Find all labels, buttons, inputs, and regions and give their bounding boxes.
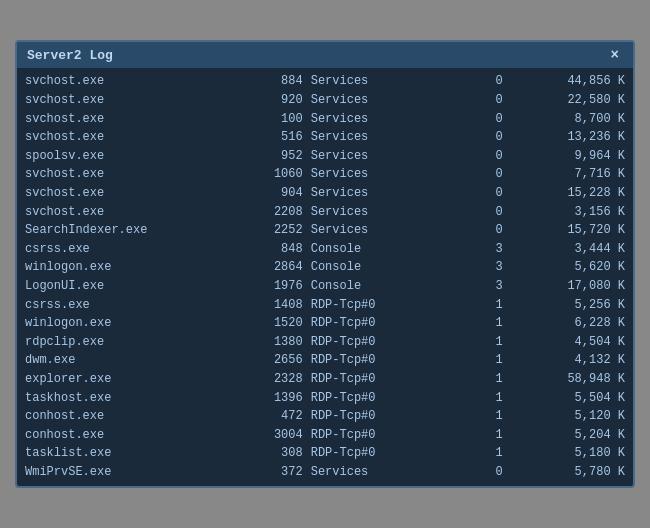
process-num: 0 (468, 184, 511, 203)
process-mem: 44,856 K (511, 72, 625, 91)
process-name: spoolsv.exe (25, 147, 225, 166)
process-name: svchost.exe (25, 128, 225, 147)
process-name: conhost.exe (25, 407, 225, 426)
process-num: 3 (468, 258, 511, 277)
table-row: csrss.exe 1408 RDP-Tcp#0 1 5,256 K (25, 296, 625, 315)
table-row: conhost.exe 472 RDP-Tcp#0 1 5,120 K (25, 407, 625, 426)
process-name: conhost.exe (25, 426, 225, 445)
process-session: RDP-Tcp#0 (311, 333, 468, 352)
process-name: LogonUI.exe (25, 277, 225, 296)
process-name: svchost.exe (25, 165, 225, 184)
table-row: svchost.exe 2208 Services 0 3,156 K (25, 203, 625, 222)
process-pid: 1380 (225, 333, 311, 352)
process-num: 1 (468, 314, 511, 333)
process-num: 1 (468, 426, 511, 445)
server2-log-window: Server2 Log × svchost.exe 884 Services 0… (15, 40, 635, 487)
process-name: winlogon.exe (25, 258, 225, 277)
close-button[interactable]: × (607, 47, 623, 63)
table-row: LogonUI.exe 1976 Console 3 17,080 K (25, 277, 625, 296)
table-row: WmiPrvSE.exe 372 Services 0 5,780 K (25, 463, 625, 482)
process-session: RDP-Tcp#0 (311, 314, 468, 333)
process-name: dwm.exe (25, 351, 225, 370)
process-mem: 15,720 K (511, 221, 625, 240)
process-name: svchost.exe (25, 91, 225, 110)
process-num: 0 (468, 128, 511, 147)
process-num: 0 (468, 463, 511, 482)
process-session: RDP-Tcp#0 (311, 426, 468, 445)
process-name: csrss.exe (25, 240, 225, 259)
process-mem: 5,780 K (511, 463, 625, 482)
process-pid: 2208 (225, 203, 311, 222)
process-pid: 2252 (225, 221, 311, 240)
process-name: explorer.exe (25, 370, 225, 389)
process-num: 3 (468, 240, 511, 259)
table-row: explorer.exe 2328 RDP-Tcp#0 1 58,948 K (25, 370, 625, 389)
process-num: 3 (468, 277, 511, 296)
table-row: conhost.exe 3004 RDP-Tcp#0 1 5,204 K (25, 426, 625, 445)
process-pid: 920 (225, 91, 311, 110)
process-session: Console (311, 277, 468, 296)
table-row: csrss.exe 848 Console 3 3,444 K (25, 240, 625, 259)
process-mem: 58,948 K (511, 370, 625, 389)
process-session: Services (311, 147, 468, 166)
process-session: RDP-Tcp#0 (311, 444, 468, 463)
process-mem: 5,256 K (511, 296, 625, 315)
process-mem: 17,080 K (511, 277, 625, 296)
process-num: 0 (468, 110, 511, 129)
log-content: svchost.exe 884 Services 0 44,856 K svch… (17, 68, 633, 485)
process-mem: 15,228 K (511, 184, 625, 203)
process-name: svchost.exe (25, 184, 225, 203)
process-mem: 8,700 K (511, 110, 625, 129)
process-session: Console (311, 258, 468, 277)
process-session: RDP-Tcp#0 (311, 389, 468, 408)
window-title: Server2 Log (27, 48, 113, 63)
process-num: 0 (468, 91, 511, 110)
process-pid: 472 (225, 407, 311, 426)
process-pid: 100 (225, 110, 311, 129)
process-session: RDP-Tcp#0 (311, 296, 468, 315)
process-session: Services (311, 110, 468, 129)
table-row: tasklist.exe 308 RDP-Tcp#0 1 5,180 K (25, 444, 625, 463)
process-pid: 1976 (225, 277, 311, 296)
process-session: Services (311, 72, 468, 91)
process-session: Console (311, 240, 468, 259)
process-num: 0 (468, 221, 511, 240)
process-mem: 5,620 K (511, 258, 625, 277)
process-mem: 4,504 K (511, 333, 625, 352)
process-name: rdpclip.exe (25, 333, 225, 352)
process-num: 1 (468, 389, 511, 408)
process-name: WmiPrvSE.exe (25, 463, 225, 482)
process-pid: 372 (225, 463, 311, 482)
process-pid: 952 (225, 147, 311, 166)
process-mem: 22,580 K (511, 91, 625, 110)
table-row: spoolsv.exe 952 Services 0 9,964 K (25, 147, 625, 166)
table-row: dwm.exe 2656 RDP-Tcp#0 1 4,132 K (25, 351, 625, 370)
process-session: Services (311, 203, 468, 222)
table-row: svchost.exe 1060 Services 0 7,716 K (25, 165, 625, 184)
process-mem: 4,132 K (511, 351, 625, 370)
process-session: Services (311, 91, 468, 110)
process-mem: 5,204 K (511, 426, 625, 445)
process-table: svchost.exe 884 Services 0 44,856 K svch… (25, 72, 625, 481)
process-pid: 516 (225, 128, 311, 147)
process-name: svchost.exe (25, 72, 225, 91)
process-mem: 13,236 K (511, 128, 625, 147)
process-num: 0 (468, 165, 511, 184)
process-mem: 3,156 K (511, 203, 625, 222)
process-session: Services (311, 165, 468, 184)
process-num: 0 (468, 203, 511, 222)
table-row: svchost.exe 920 Services 0 22,580 K (25, 91, 625, 110)
table-row: taskhost.exe 1396 RDP-Tcp#0 1 5,504 K (25, 389, 625, 408)
process-name: winlogon.exe (25, 314, 225, 333)
table-row: svchost.exe 884 Services 0 44,856 K (25, 72, 625, 91)
table-row: svchost.exe 516 Services 0 13,236 K (25, 128, 625, 147)
process-pid: 2656 (225, 351, 311, 370)
process-pid: 3004 (225, 426, 311, 445)
process-mem: 9,964 K (511, 147, 625, 166)
process-pid: 1408 (225, 296, 311, 315)
process-pid: 1520 (225, 314, 311, 333)
table-row: svchost.exe 904 Services 0 15,228 K (25, 184, 625, 203)
process-mem: 6,228 K (511, 314, 625, 333)
process-session: RDP-Tcp#0 (311, 370, 468, 389)
process-pid: 308 (225, 444, 311, 463)
